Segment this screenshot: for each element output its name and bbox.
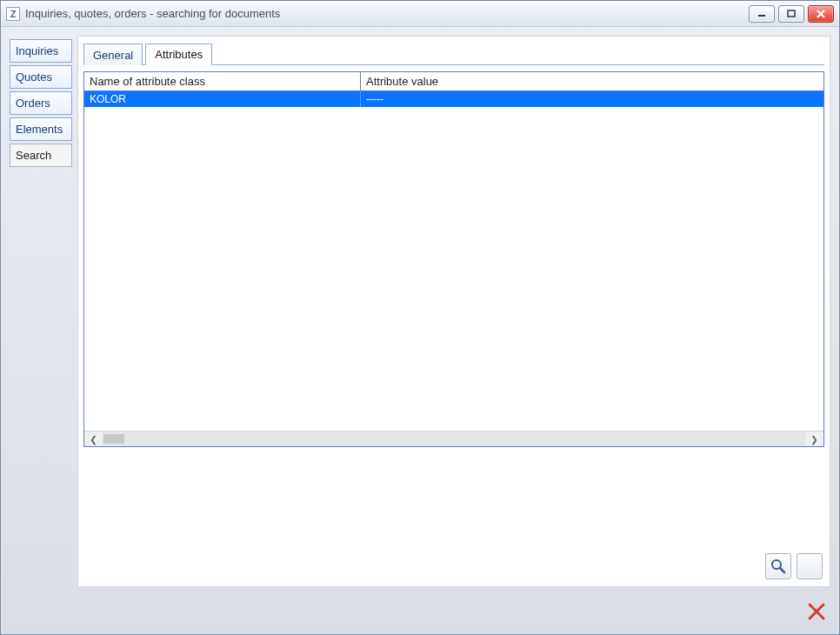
cell-attribute-name: KOLOR <box>84 91 361 107</box>
content-panel: General Attributes Name of attribute cla… <box>77 36 830 587</box>
magnifier-icon <box>770 558 787 575</box>
column-header-name[interactable]: Name of attribute class <box>84 72 361 90</box>
table-row[interactable]: KOLOR ----- <box>84 91 823 107</box>
minimize-icon <box>757 10 767 18</box>
search-action-button[interactable] <box>765 553 791 579</box>
grid-body[interactable]: KOLOR ----- <box>84 91 823 431</box>
scroll-thumb[interactable] <box>103 434 124 444</box>
cell-attribute-value: ----- <box>361 91 823 107</box>
scroll-right-button[interactable]: ❯ <box>807 432 822 445</box>
side-tab-search[interactable]: Search <box>10 144 72 167</box>
maximize-icon <box>786 10 797 18</box>
svg-rect-0 <box>758 15 765 17</box>
side-tab-elements[interactable]: Elements <box>10 117 72 141</box>
tab-general[interactable]: General <box>83 43 143 65</box>
top-tabs-row: General Attributes <box>83 42 824 65</box>
window-root: Z Inquiries, quotes, orders - searching … <box>0 0 840 635</box>
minimize-button[interactable] <box>749 5 775 23</box>
attribute-grid: Name of attribute class Attribute value … <box>83 71 824 447</box>
scroll-track[interactable] <box>103 432 805 445</box>
tab-attributes[interactable]: Attributes <box>145 43 212 65</box>
maximize-button[interactable] <box>778 5 804 23</box>
close-x-icon <box>807 602 826 621</box>
chevron-right-icon: ❯ <box>810 432 817 446</box>
secondary-action-button[interactable] <box>797 553 823 579</box>
app-icon: Z <box>6 7 20 21</box>
chevron-left-icon: ❮ <box>90 432 97 446</box>
horizontal-scrollbar[interactable]: ❮ ❯ <box>84 431 823 446</box>
dialog-close-button[interactable] <box>804 599 829 624</box>
window-controls <box>749 5 834 23</box>
side-tab-inquiries[interactable]: Inquiries <box>10 39 72 63</box>
column-header-value[interactable]: Attribute value <box>361 72 823 90</box>
window-title: Inquiries, quotes, orders - searching fo… <box>25 7 749 20</box>
titlebar: Z Inquiries, quotes, orders - searching … <box>1 1 839 27</box>
side-tab-quotes[interactable]: Quotes <box>10 65 72 89</box>
side-tabs: Inquiries Quotes Orders Elements Search <box>10 36 72 587</box>
grid-header: Name of attribute class Attribute value <box>84 72 823 91</box>
panel-toolbar <box>765 553 823 579</box>
svg-rect-1 <box>788 10 795 17</box>
side-tab-orders[interactable]: Orders <box>10 91 72 115</box>
body-area: Inquiries Quotes Orders Elements Search … <box>10 36 830 587</box>
scroll-left-button[interactable]: ❮ <box>86 432 101 445</box>
close-icon <box>816 10 826 18</box>
close-button[interactable] <box>808 5 834 23</box>
